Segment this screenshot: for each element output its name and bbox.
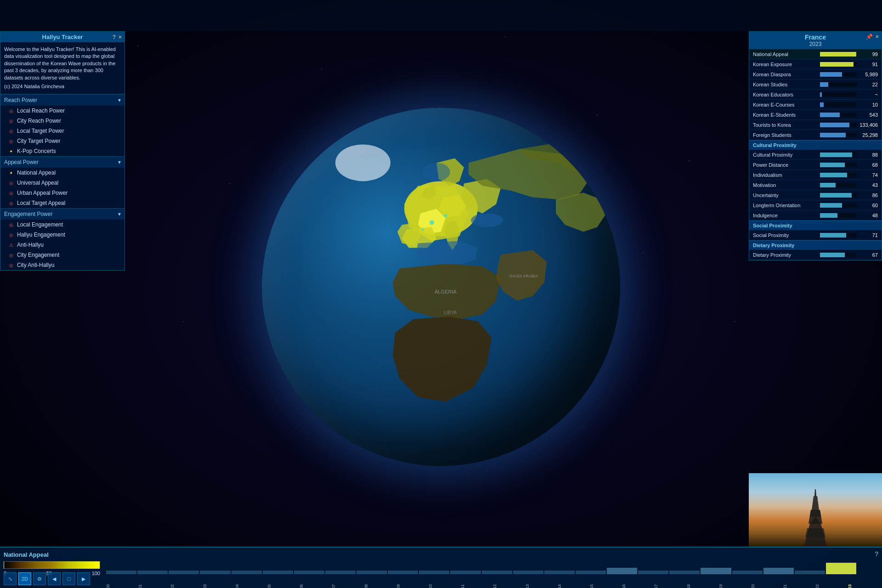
item-label: City Target Power <box>17 138 60 144</box>
stat-label: Korean Studies <box>753 82 820 87</box>
sidebar-item-hallyu-engagement[interactable]: ◎ Hallyu Engagement <box>0 230 124 240</box>
legend-bar <box>4 561 100 569</box>
item-label: Hallyu Engagement <box>17 232 65 238</box>
stat-korean-ecourses: Korean E-Courses 10 <box>749 100 882 110</box>
year-2011: 2011 <box>460 584 465 588</box>
panel-intro: Welcome to the Hallyu Tracker! This is A… <box>0 42 124 94</box>
year-2018: 2018 <box>686 584 691 588</box>
stat-longterm: Longterm Orientation 60 <box>749 200 882 210</box>
sidebar-item-anti-hallyu[interactable]: ⚠ Anti-Hallyu <box>0 240 124 250</box>
2d-button[interactable]: 2D <box>18 572 31 585</box>
stat-bar-bg <box>820 133 857 137</box>
stat-bar-bg <box>820 82 857 87</box>
year-2023-active[interactable]: 2023 <box>848 584 852 588</box>
close-icon[interactable]: × <box>119 34 122 40</box>
sidebar-item-local-target-appeal[interactable]: ◎ Local Target Appeal <box>0 198 124 208</box>
year-2009: 2009 <box>396 584 401 588</box>
stat-label: Korean Diaspora <box>753 72 820 77</box>
back-button[interactable]: ◀ <box>48 572 61 585</box>
svg-text:ALGERIA: ALGERIA <box>435 289 457 294</box>
globe[interactable]: ALGERIA LIBYA SAUDI ARABIA <box>262 107 620 466</box>
engagement-power-chevron: ▾ <box>118 211 121 217</box>
stat-label: Korean Educators <box>753 92 820 97</box>
stat-label: Korean E-Students <box>753 112 820 118</box>
year-2016: 2016 <box>622 584 626 588</box>
stat-value: 543 <box>859 112 878 118</box>
stat-label: Social Proximity <box>753 232 820 238</box>
year-2022: 2022 <box>815 584 820 588</box>
stat-bar-bg <box>820 52 857 57</box>
stat-korean-diaspora: Korean Diaspora 5,989 <box>749 69 882 79</box>
play-button[interactable]: ▶ <box>77 572 90 585</box>
target-icon: ◎ <box>8 107 14 114</box>
expand-button[interactable]: ⤡ <box>4 572 17 585</box>
country-name: France <box>805 34 826 41</box>
sidebar-item-local-engagement[interactable]: ◎ Local Engagement <box>0 220 124 230</box>
stat-indulgence: Indulgence 48 <box>749 210 882 220</box>
target-icon: ◎ <box>8 221 14 228</box>
year-2005: 2005 <box>267 584 271 588</box>
year-label: 2023 <box>809 41 822 47</box>
sidebar-item-kpop[interactable]: ✦ K-Pop Concerts <box>0 146 124 156</box>
pin-icon[interactable]: 📌 <box>866 34 873 40</box>
sidebar-item-local-reach[interactable]: ◎ Local Reach Power <box>0 106 124 116</box>
stat-value: 48 <box>859 213 878 218</box>
year-2017: 2017 <box>654 584 658 588</box>
stat-value: ~ <box>859 92 878 97</box>
section-reach-power[interactable]: Reach Power ▾ <box>0 94 124 106</box>
stat-value: 74 <box>859 172 878 178</box>
stat-foreign-students: Foreign Students 25,298 <box>749 130 882 140</box>
stat-value: 22 <box>859 82 878 87</box>
sidebar-item-national-appeal[interactable]: ✦ National Appeal <box>0 168 124 178</box>
settings-button[interactable]: ⚙ <box>33 572 46 585</box>
svg-point-23 <box>430 220 434 225</box>
year-2021: 2021 <box>783 584 787 588</box>
svg-point-17 <box>335 144 390 181</box>
timeline[interactable] <box>106 550 857 574</box>
sidebar-item-city-engagement[interactable]: ◎ City Engagement <box>0 250 124 260</box>
sidebar-item-city-reach[interactable]: ◎ City Reach Power <box>0 116 124 126</box>
item-label: Local Engagement <box>17 221 63 228</box>
stat-label: Power Distance <box>753 162 820 168</box>
help-icon[interactable]: ? <box>113 34 116 40</box>
sidebar-item-local-target[interactable]: ◎ Local Target Power <box>0 126 124 136</box>
svg-marker-27 <box>805 528 825 537</box>
sun-icon: ✦ <box>8 148 14 154</box>
year-2015: 2015 <box>589 584 594 588</box>
target-icon: ◎ <box>8 232 14 238</box>
svg-marker-18 <box>393 317 492 401</box>
stat-individualism: Individualism 74 <box>749 170 882 180</box>
globe-container[interactable]: ALGERIA LIBYA SAUDI ARABIA <box>262 107 620 466</box>
stat-bar-bg <box>820 203 857 208</box>
appeal-power-chevron: ▾ <box>118 159 121 165</box>
stop-button[interactable]: □ <box>62 572 75 585</box>
svg-marker-30 <box>812 496 819 510</box>
stat-label: Motivation <box>753 182 820 188</box>
section-appeal-power[interactable]: Appeal Power ▾ <box>0 156 124 168</box>
sidebar-item-universal-appeal[interactable]: ◎ Universal Appeal <box>0 178 124 188</box>
item-label: Universal Appeal <box>17 180 58 186</box>
stat-bar-bg <box>820 163 857 167</box>
stat-value: 91 <box>859 62 878 67</box>
sidebar-item-city-target[interactable]: ◎ City Target Power <box>0 136 124 146</box>
close-icon[interactable]: × <box>876 34 879 40</box>
bottom-help-icon[interactable]: ? <box>875 550 878 558</box>
svg-text:SAUDI ARABIA: SAUDI ARABIA <box>509 274 538 278</box>
year-2000: 2000 <box>106 584 110 588</box>
year-labels: 2000 2001 2002 2003 2004 2005 2006 2007 … <box>106 580 857 584</box>
svg-marker-21 <box>416 241 478 264</box>
section-engagement-power[interactable]: Engagement Power ▾ <box>0 208 124 220</box>
item-label: National Appeal <box>17 170 56 176</box>
stat-bar-bg <box>820 193 857 198</box>
sidebar-item-urban-appeal[interactable]: ◎ Urban Appeal Power <box>0 188 124 198</box>
year-2013: 2013 <box>525 584 530 588</box>
left-panel: Hallyu Tracker ? × Welcome to the Hallyu… <box>0 31 125 271</box>
stat-motivation: Motivation 43 <box>749 180 882 190</box>
stat-korean-studies: Korean Studies 22 <box>749 79 882 90</box>
active-year-bar[interactable] <box>826 563 856 574</box>
sidebar-item-city-anti-hallyu[interactable]: ◎ City Anti-Hallyu <box>0 260 124 270</box>
year-2007: 2007 <box>331 584 336 588</box>
target-icon: ◎ <box>8 252 14 258</box>
svg-text:LIBYA: LIBYA <box>444 310 457 315</box>
year-2008: 2008 <box>364 584 368 588</box>
